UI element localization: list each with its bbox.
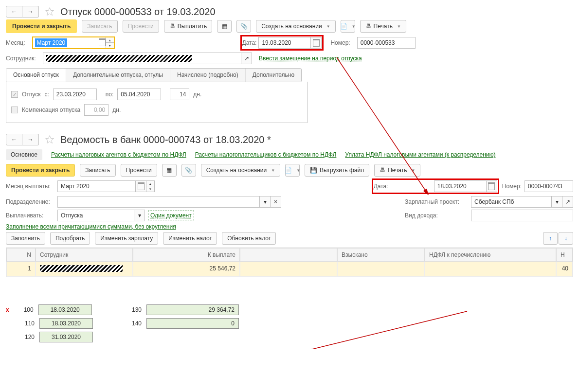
post-and-close-button-2[interactable]: Провести и закрыть [6, 164, 75, 177]
fill-method-link[interactable]: Заполнение всеми причитающимися суммами,… [6, 223, 176, 230]
calendar-icon[interactable] [486, 181, 497, 192]
col-collected[interactable]: Взыскано [337, 248, 425, 262]
fill-button[interactable]: Заполнить [6, 232, 45, 245]
pay-field[interactable]: Отпуска ▾ [57, 210, 145, 221]
col-employee[interactable]: Сотрудник [36, 248, 133, 262]
pay-button[interactable]: 🖶 Выплатить [164, 20, 213, 33]
col-blank[interactable] [240, 248, 337, 262]
val-100[interactable]: 18.03.2020 [38, 304, 92, 315]
nav-back-button-2[interactable]: ← [6, 134, 22, 145]
nav-forward-button[interactable]: → [22, 6, 39, 18]
from-date-field[interactable]: 23.03.2020 [53, 89, 97, 100]
calendar-icon[interactable] [310, 37, 321, 48]
cell-n: 1 [6, 262, 36, 277]
open-ref-icon[interactable]: ↗ [241, 53, 252, 64]
comp-suffix: дн. [112, 107, 121, 113]
disk-icon: 💾 [310, 167, 317, 174]
save-button-2[interactable]: Записать [80, 164, 115, 177]
nav-chip-main[interactable]: Основное [6, 149, 42, 160]
val-140[interactable]: 0 [146, 318, 239, 329]
income-field[interactable] [471, 210, 573, 221]
compensation-label: Компенсация отпуска [22, 107, 80, 113]
employee-redacted [40, 265, 123, 272]
copy-icon-button[interactable]: 📄▼ [341, 20, 355, 33]
report-icon-button[interactable]: ▦ [217, 20, 232, 33]
col-n[interactable]: N [6, 248, 36, 262]
dropdown-icon[interactable]: ▾ [551, 196, 562, 207]
code-130: 130 [122, 306, 142, 313]
substitution-link[interactable]: Ввести замещение на период отпуска [259, 55, 362, 62]
clear-icon[interactable]: × [270, 196, 281, 207]
number-field[interactable]: 0000-000533 [357, 37, 416, 49]
tab-main-vacation[interactable]: Основной отпуск [6, 69, 66, 82]
save-button[interactable]: Записать [82, 20, 117, 33]
nav-link-2[interactable]: Расчеты налогоплательщиков с бюджетом по… [195, 151, 337, 158]
post-button-2[interactable]: Провести [121, 164, 157, 177]
nav-back-button[interactable]: ← [6, 6, 22, 18]
print-button-2[interactable]: 🖶 Печать▼ [374, 164, 420, 177]
tab-accrued[interactable]: Начислено (подробно) [170, 69, 246, 82]
date-highlight: Дата: 19.03.2020 [240, 35, 324, 51]
cell-last: 40 [556, 262, 573, 277]
copy-icon-button-2[interactable]: 📄▼ [285, 164, 300, 177]
val-110[interactable]: 18.03.2020 [39, 318, 93, 329]
date2-field[interactable]: 18.03.2020 [434, 180, 497, 192]
employee-field[interactable]: ↗ [43, 53, 252, 64]
nav-link-3[interactable]: Уплата НДФЛ налоговыми агентами (к распр… [345, 151, 495, 158]
val-120[interactable]: 31.03.2020 [39, 332, 93, 342]
grid-row[interactable]: 1 25 546,72 40 [6, 262, 573, 277]
export-file-button[interactable]: 💾 Выгрузить файл [305, 164, 369, 177]
move-down-button[interactable]: ↓ [559, 232, 573, 245]
favorite-star-icon-2[interactable] [45, 135, 54, 144]
nav-link-1[interactable]: Расчеты налоговых агентов с бюджетом по … [51, 151, 186, 158]
dropdown-icon[interactable]: ▾ [259, 196, 270, 207]
to-date-field[interactable]: 05.04.2020 [117, 89, 161, 100]
number2-field[interactable]: 0000-000743 [525, 180, 573, 192]
one-document-link[interactable]: Один документ [148, 211, 194, 220]
days-field[interactable]: 14 [170, 89, 189, 100]
calendar-icon[interactable] [135, 181, 146, 192]
pay-month-stepper[interactable]: ▴▾ [146, 181, 154, 192]
col-to-pay[interactable]: К выплате [133, 248, 240, 262]
code-140: 140 [122, 320, 142, 327]
post-button[interactable]: Провести [123, 20, 159, 33]
doc1-title: Отпуск 0000-000533 от 19.03.2020 [60, 6, 216, 18]
print-button[interactable]: 🖶 Печать▼ [360, 20, 406, 33]
printer-icon: 🖶 [365, 23, 371, 30]
delete-x-icon[interactable]: x [6, 306, 9, 313]
dept-field[interactable]: ▾ × [57, 196, 281, 208]
comp-field[interactable]: 0,00 [84, 104, 109, 116]
printer-icon: 🖶 [380, 167, 385, 174]
val-130[interactable]: 29 364,72 [146, 304, 239, 315]
open-ref-icon[interactable]: ↗ [562, 196, 573, 207]
attach-icon-button-2[interactable]: 📎 [181, 164, 196, 177]
calendar-icon[interactable] [99, 38, 106, 48]
post-and-close-button[interactable]: Провести и закрыть [6, 19, 77, 33]
edit-tax-button[interactable]: Изменить налог [163, 232, 217, 245]
pay-month-field[interactable]: Март 2020 ▴▾ [57, 180, 155, 192]
attach-icon-button[interactable]: 📎 [236, 20, 251, 33]
create-based-on-button[interactable]: Создать на основании▼ [256, 20, 335, 33]
doc2-title: Ведомость в банк 0000-000743 от 18.03.20… [60, 134, 271, 145]
compensation-checkbox[interactable] [11, 107, 18, 113]
vacation-checkbox[interactable] [11, 91, 18, 98]
pay-month-label: Месяц выплаты: [6, 183, 54, 190]
month-field[interactable]: Март 2020 ▴▾ [32, 36, 115, 49]
favorite-star-icon[interactable] [45, 7, 54, 17]
col-ndfl[interactable]: НДФЛ к перечислению [425, 248, 556, 262]
edit-salary-button[interactable]: Изменить зарплату [95, 232, 158, 245]
nav-forward-button-2[interactable]: → [22, 134, 39, 145]
move-up-button[interactable]: ↑ [543, 232, 558, 245]
refresh-tax-button[interactable]: Обновить налог [222, 232, 276, 245]
date-field[interactable]: 19.03.2020 [258, 37, 322, 49]
create-based-on-button-2[interactable]: Создать на основании▼ [201, 164, 280, 177]
pick-button[interactable]: Подобрать [50, 232, 90, 245]
col-last[interactable]: Н [556, 248, 573, 262]
dropdown-icon[interactable]: ▾ [134, 210, 145, 221]
tab-more[interactable]: Дополнительно [246, 69, 301, 82]
month-stepper[interactable]: ▴▾ [106, 37, 114, 48]
report-icon-button-2[interactable]: ▦ [162, 164, 177, 177]
project-field[interactable]: Сбербанк СПб ▾ ↗ [471, 196, 573, 208]
cell-blank [240, 262, 337, 277]
tab-extra-vacation[interactable]: Дополнительные отпуска, отгулы [66, 69, 170, 82]
